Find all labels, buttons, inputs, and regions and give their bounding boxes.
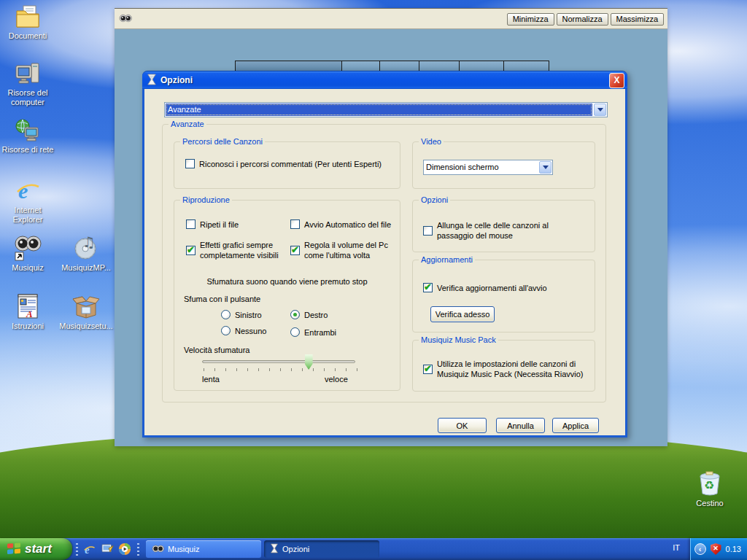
fade-speed-slider[interactable]: [202, 360, 355, 363]
desktop-icon-musiquiz[interactable]: Musiquiz: [0, 235, 57, 273]
category-dropdown[interactable]: Avanzate: [164, 102, 608, 117]
svg-text:♫: ♫: [82, 235, 96, 251]
taskbar: start e Musiquiz Opzioni IT ‹ ✕: [0, 538, 747, 560]
desktop-icon-internet-explorer[interactable]: e Internet Explorer: [0, 177, 57, 225]
musiquiz-window-toolbar: Minimizza Normalizza Massimizza: [115, 9, 667, 29]
sfuma-pulsante-label: Sfuma con il pulsante: [184, 295, 260, 304]
cancel-button[interactable]: Annulla: [496, 418, 545, 433]
radio-circle[interactable]: [290, 310, 300, 319]
radio-label: Nessuno: [235, 327, 266, 335]
checkbox-box[interactable]: [186, 219, 196, 229]
group-music-pack-label: Musiquiz Music Pack: [419, 335, 498, 345]
quick-launch-handle[interactable]: [76, 543, 78, 556]
checkbox-riconosci-percorsi[interactable]: Riconosci i percorsi commentati (Per ute…: [185, 159, 397, 169]
checkbox-allunga-celle[interactable]: Allunga le celle delle canzoni al passag…: [423, 220, 587, 241]
group-video-label: Video: [419, 137, 444, 147]
task-button-musiquiz[interactable]: Musiquiz: [146, 540, 261, 558]
desktop-icon-label: Risorse del computer: [0, 88, 57, 107]
svg-text:♻: ♻: [704, 478, 714, 492]
category-dropdown-value: Avanzate: [166, 104, 592, 116]
close-icon[interactable]: X: [609, 73, 624, 88]
network-places-icon: [0, 117, 57, 143]
checkbox-label: Effetti grafici sempre completamente vis…: [200, 240, 287, 260]
desktop-icon-musiquizmp[interactable]: ♫ MusiquizMP...: [57, 235, 115, 273]
internet-explorer-icon[interactable]: e: [82, 542, 96, 556]
media-player-icon[interactable]: [117, 542, 132, 556]
checkbox-avvio-automatico[interactable]: Avvio Automatico del file: [290, 219, 400, 230]
maximize-window-button[interactable]: Massimizza: [611, 13, 664, 26]
task-button-opzioni[interactable]: Opzioni: [264, 540, 379, 558]
windows-flag-icon: [7, 542, 21, 556]
checkbox-verifica-aggiornamenti[interactable]: Verifica aggiornamenti all'avvio: [423, 283, 591, 293]
radio-circle[interactable]: [290, 327, 300, 337]
radio-label: Sinistro: [235, 311, 262, 319]
wordpad-document-icon: A: [0, 293, 57, 319]
checkbox-label: Utilizza le impostazioni delle canzoni d…: [437, 359, 592, 379]
desktop-icon-istruzioni[interactable]: A Istruzioni: [0, 293, 57, 331]
checkbox-box[interactable]: [290, 246, 300, 255]
minimize-window-button[interactable]: Minimizza: [507, 13, 554, 26]
dialog-body: Avanzate Avanzate Percorsi delle Canzoni…: [142, 89, 627, 438]
song-list-header: [235, 61, 549, 71]
radio-nessuno[interactable]: Nessuno: [221, 326, 266, 335]
desktop-icon-my-computer[interactable]: Risorse del computer: [0, 60, 57, 107]
checkbox-box[interactable]: [185, 159, 195, 168]
desktop-icon-label: Musiquiz: [0, 263, 57, 273]
tray-collapse-chevron-icon[interactable]: ‹: [694, 543, 706, 555]
chevron-down-icon[interactable]: [539, 161, 551, 174]
system-tray: ‹ ✕ 0.13: [690, 538, 747, 560]
internet-explorer-icon: e: [0, 177, 57, 203]
group-opzioni-label: Opzioni: [419, 195, 450, 205]
desktop-icon-label: Istruzioni: [0, 322, 57, 331]
desktop-icon-documents[interactable]: Documenti: [0, 3, 57, 41]
radio-entrambi[interactable]: Entrambi: [290, 327, 336, 337]
folder-documents-icon: [0, 3, 57, 29]
restore-window-button[interactable]: Normalizza: [557, 13, 608, 26]
chevron-down-icon[interactable]: [594, 104, 606, 116]
checkbox-effetti-grafici[interactable]: Effetti grafici sempre completamente vis…: [186, 240, 288, 260]
language-indicator[interactable]: IT: [673, 543, 680, 552]
show-desktop-icon[interactable]: [100, 542, 115, 556]
desktop-icon-label: Cestino: [681, 499, 739, 508]
security-shield-icon[interactable]: ✕: [711, 543, 721, 555]
checkbox-box[interactable]: [423, 283, 433, 292]
verifica-adesso-button[interactable]: Verifica adesso: [430, 306, 495, 322]
checkbox-utilizza-music-pack[interactable]: Utilizza le impostazioni delle canzoni d…: [423, 359, 595, 379]
video-dropdown-value: Dimensioni schermo: [424, 160, 538, 174]
desktop-icon-network-places[interactable]: Risorse di rete: [0, 117, 57, 155]
radio-label: Destro: [304, 311, 328, 319]
desktop-icon-recycle-bin[interactable]: ♻ Cestino: [681, 470, 739, 508]
radio-destro[interactable]: Destro: [290, 310, 328, 319]
desktop-icon-musiquizsetup[interactable]: Musiquizsetu...: [57, 293, 115, 331]
video-dimensioni-dropdown[interactable]: Dimensioni schermo: [423, 160, 553, 175]
dialog-title: Opzioni: [160, 75, 609, 85]
checkbox-regola-volume[interactable]: Regola il volume del Pc come l'ultima vo…: [290, 240, 396, 260]
options-dialog: Opzioni X Avanzate Avanzate Percorsi del…: [142, 71, 627, 438]
group-avanzate-label: Avanzate: [169, 120, 206, 129]
checkbox-box[interactable]: [186, 246, 196, 255]
musiquiz-shortcut-icon: [0, 235, 57, 261]
slider-ticks: [204, 368, 358, 371]
hourglass-icon: [147, 74, 157, 87]
radio-circle[interactable]: [221, 310, 231, 319]
checkbox-box[interactable]: [423, 365, 433, 374]
taskband-handle[interactable]: [137, 543, 139, 556]
slider-min-label: lenta: [202, 375, 220, 384]
radio-circle[interactable]: [221, 326, 231, 335]
dialog-titlebar[interactable]: Opzioni X: [142, 71, 627, 89]
radio-label: Entrambi: [304, 328, 336, 337]
start-label: start: [25, 542, 52, 556]
checkbox-box[interactable]: [290, 219, 300, 229]
checkbox-ripeti-file[interactable]: Ripeti il file: [186, 219, 281, 230]
checkbox-label: Ripeti il file: [200, 219, 239, 230]
radio-sinistro[interactable]: Sinistro: [221, 310, 262, 319]
checkbox-box[interactable]: [423, 226, 433, 236]
recycle-bin-icon: ♻: [681, 470, 739, 497]
start-button[interactable]: start: [0, 538, 72, 560]
desktop-icon-label: Internet Explorer: [0, 206, 57, 225]
ok-button[interactable]: OK: [438, 418, 487, 433]
apply-button[interactable]: Applica: [552, 418, 599, 433]
tray-clock: 0.13: [726, 545, 741, 553]
checkbox-label: Verifica aggiornamenti all'avvio: [437, 283, 547, 293]
checkbox-label: Allunga le celle delle canzoni al passag…: [437, 220, 583, 241]
